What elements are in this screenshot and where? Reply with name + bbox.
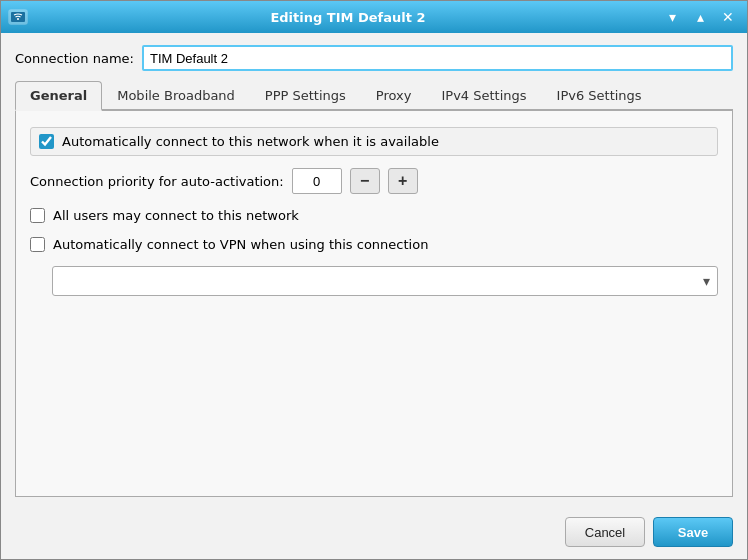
auto-vpn-checkbox[interactable] (30, 237, 45, 252)
priority-input[interactable] (292, 168, 342, 194)
auto-connect-label[interactable]: Automatically connect to this network wh… (62, 134, 439, 149)
tab-ppp-settings[interactable]: PPP Settings (250, 81, 361, 109)
spacer (30, 308, 718, 480)
priority-row: Connection priority for auto-activation:… (30, 166, 718, 196)
tab-general[interactable]: General (15, 81, 102, 111)
all-users-label[interactable]: All users may connect to this network (53, 208, 299, 223)
connection-name-row: Connection name: (15, 45, 733, 71)
connection-name-label: Connection name: (15, 51, 134, 66)
priority-label: Connection priority for auto-activation: (30, 174, 284, 189)
main-content: Connection name: General Mobile Broadban… (1, 33, 747, 507)
main-window: Editing TIM Default 2 ▾ ▴ ✕ Connection n… (0, 0, 748, 560)
vpn-dropdown-row (30, 264, 718, 298)
auto-connect-row: Automatically connect to this network wh… (30, 127, 718, 156)
cancel-button[interactable]: Cancel (565, 517, 645, 547)
tab-ipv6-settings[interactable]: IPv6 Settings (542, 81, 657, 109)
tab-ipv4-settings[interactable]: IPv4 Settings (426, 81, 541, 109)
svg-point-2 (17, 18, 19, 20)
auto-connect-checkbox[interactable] (39, 134, 54, 149)
decrement-button[interactable]: − (350, 168, 380, 194)
maximize-button[interactable]: ▴ (687, 6, 713, 28)
window-controls: ▾ ▴ ✕ (659, 6, 741, 28)
button-row: Cancel Save (1, 507, 747, 559)
titlebar: Editing TIM Default 2 ▾ ▴ ✕ (1, 1, 747, 33)
tab-mobile-broadband[interactable]: Mobile Broadband (102, 81, 250, 109)
auto-vpn-row: Automatically connect to VPN when using … (30, 235, 718, 254)
connection-name-input[interactable] (142, 45, 733, 71)
all-users-row: All users may connect to this network (30, 206, 718, 225)
save-button[interactable]: Save (653, 517, 733, 547)
increment-button[interactable]: + (388, 168, 418, 194)
tabs-bar: General Mobile Broadband PPP Settings Pr… (15, 81, 733, 111)
minimize-button[interactable]: ▾ (659, 6, 685, 28)
close-button[interactable]: ✕ (715, 6, 741, 28)
vpn-select-wrapper (52, 266, 718, 296)
auto-vpn-label[interactable]: Automatically connect to VPN when using … (53, 237, 428, 252)
tab-content-general: Automatically connect to this network wh… (15, 111, 733, 497)
window-title: Editing TIM Default 2 (37, 10, 659, 25)
all-users-checkbox[interactable] (30, 208, 45, 223)
tab-proxy[interactable]: Proxy (361, 81, 427, 109)
app-icon (7, 6, 29, 28)
vpn-select[interactable] (52, 266, 718, 296)
